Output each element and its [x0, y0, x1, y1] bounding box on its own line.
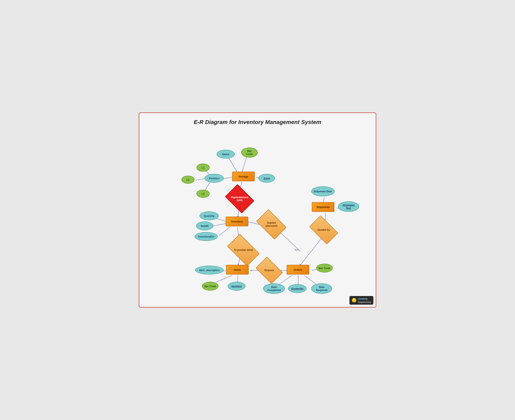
storage-entity: Storage — [232, 172, 255, 181]
shipment-no-attribute: ShipmentNo# — [338, 201, 359, 212]
supplied-relationship: Suplied(discount) — [256, 209, 287, 240]
sno-attribute: Sno# — [259, 174, 275, 183]
l1-attribute: L1 — [197, 164, 210, 172]
connection-lines: text — [139, 113, 376, 307]
svg-line-16 — [216, 275, 232, 282]
needed-by-relationship: Needed by — [309, 215, 338, 244]
request-relationship: Request — [255, 257, 283, 284]
order-no-attribute: OrederNo — [288, 284, 307, 293]
to-provide-relationship: To provide detail — [227, 234, 260, 266]
creately-badge: 💡 creately Diagramming — [349, 296, 373, 305]
svg-line-14 — [238, 259, 240, 265]
diagram-title: E-R Diagram for Inventory Management Sys… — [143, 117, 372, 125]
shipments-entity: Shipments — [312, 202, 334, 212]
svg-line-26 — [300, 239, 321, 265]
date-completed-attribute: DateCompleted — [263, 283, 285, 294]
inventory-entity: Inventory — [226, 217, 248, 226]
position-attribute: Position — [205, 174, 224, 183]
creately-logo-icon: 💡 — [352, 298, 356, 302]
svg-line-11 — [219, 227, 230, 235]
inventoryid-attribute: InventoryID# — [194, 232, 218, 241]
svg-line-39 — [248, 221, 249, 222]
svg-line-2 — [224, 177, 233, 179]
creately-text: creately Diagramming — [358, 297, 371, 303]
l3-attribute: L3 — [197, 190, 210, 198]
items-entity: Items — [226, 265, 249, 275]
svg-text:text: text — [295, 248, 299, 251]
svg-line-4 — [195, 179, 205, 180]
itemid-attribute: ItemID — [196, 221, 213, 230]
barcode-bottom-attribute: Bar Code — [202, 282, 218, 291]
quantity-attribute: Quantity — [200, 211, 219, 220]
svg-line-22 — [304, 275, 316, 284]
svg-line-20 — [279, 275, 292, 284]
date-required-attribute: DateRequired — [311, 283, 332, 294]
itemno-attribute: ItemNo# — [228, 282, 246, 291]
item-description-attribute: Item_discription — [195, 266, 224, 275]
replenishment-relationship: Replenishment(add) — [225, 184, 254, 213]
barcode-right-attribute: Bar Code — [316, 264, 333, 272]
name-attribute: Name — [217, 150, 235, 158]
orders-entity: Orders — [287, 265, 309, 275]
barcode-top-attribute: BarCode — [241, 148, 258, 158]
svg-line-40 — [248, 222, 249, 223]
l2-attribute: L2 — [181, 176, 194, 184]
svg-line-36 — [251, 270, 252, 271]
shipment-date-attribute: Shipment Date — [311, 186, 335, 196]
diagram-container: E-R Diagram for Inventory Management Sys… — [139, 112, 376, 308]
svg-line-35 — [251, 270, 252, 270]
